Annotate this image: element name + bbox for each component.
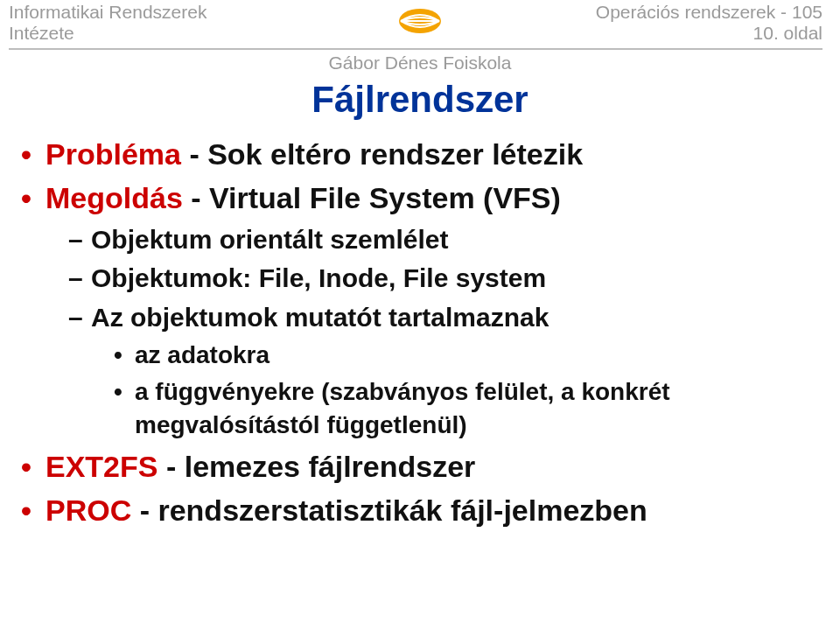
header-left: Informatikai Rendszerek Intézete [9, 2, 206, 44]
list-item-rest: - Virtual File System (VFS) [183, 181, 561, 214]
slide-title: Fájlrendszer [18, 79, 822, 121]
list-item-rest: - lemezes fájlrendszer [158, 450, 475, 483]
slide-page: Informatikai Rendszerek Intézete Operáci… [0, 0, 840, 644]
header-course-line1: Operációs rendszerek - 105 [596, 2, 822, 23]
list-item: PROC - rendszerstatisztikák fájl-jelmezb… [21, 491, 822, 531]
bullet-list-level2: Objektum orientált szemlélet Objektumok:… [46, 222, 822, 442]
header-divider [9, 48, 822, 50]
list-item-text: az adatokra [135, 341, 270, 368]
bullet-list-level3: az adatokra a függvényekre (szabványos f… [91, 339, 822, 441]
list-item-lead: PROC [46, 494, 131, 527]
list-item-text: Az objektumok mutatót tartalmaznak [91, 303, 549, 332]
list-item: Objektumok: File, Inode, File system [68, 261, 822, 297]
list-item-lead: Megoldás [46, 181, 183, 214]
list-item: az adatokra [114, 339, 822, 372]
list-item: Objektum orientált szemlélet [68, 222, 822, 258]
list-item: Probléma - Sok eltéro rendszer létezik [21, 135, 822, 175]
list-item: a függvényekre (szabványos felület, a ko… [114, 375, 822, 442]
header-right: Operációs rendszerek - 105 10. oldal [596, 2, 822, 44]
list-item-lead: Probléma [46, 137, 181, 171]
school-logo-icon [396, 4, 444, 38]
list-item: Megoldás - Virtual File System (VFS) Obj… [21, 178, 822, 442]
list-item: Az objektumok mutatót tartalmaznak az ad… [68, 300, 822, 442]
bullet-list-level1: Probléma - Sok eltéro rendszer létezik M… [18, 135, 822, 530]
slide-body: Fájlrendszer Probléma - Sok eltéro rends… [18, 79, 822, 534]
list-item: EXT2FS - lemezes fájlrendszer [21, 447, 822, 487]
slide-header: Informatikai Rendszerek Intézete Operáci… [0, 0, 840, 49]
svg-point-0 [399, 9, 441, 33]
list-item-lead: EXT2FS [46, 450, 158, 483]
list-item-text: Objektum orientált szemlélet [91, 225, 448, 254]
list-item-rest: - rendszerstatisztikák fájl-jelmezben [131, 494, 648, 527]
list-item-text: Objektumok: File, Inode, File system [91, 263, 546, 292]
list-item-rest: - Sok eltéro rendszer létezik [181, 137, 583, 171]
header-page-number: 10. oldal [596, 23, 822, 44]
header-school-name: Gábor Dénes Foiskola [0, 52, 840, 74]
header-institute-line1: Informatikai Rendszerek [9, 2, 206, 23]
list-item-text: a függvényekre (szabványos felület, a ko… [135, 378, 670, 438]
header-institute-line2: Intézete [9, 23, 206, 44]
